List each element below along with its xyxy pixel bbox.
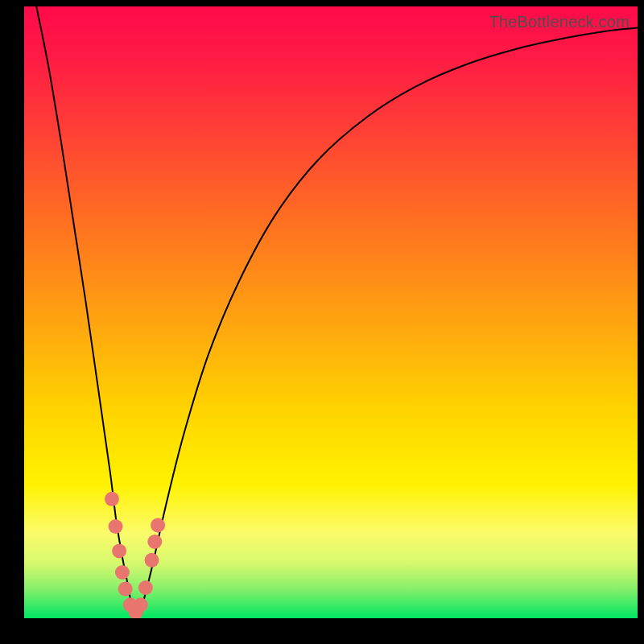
curve-marker: [138, 580, 153, 595]
curve-marker: [112, 543, 126, 558]
curve-marker: [115, 565, 130, 580]
curve-marker: [144, 553, 159, 568]
curve-marker: [105, 492, 119, 506]
curve-markers: [105, 492, 165, 618]
curve-marker: [118, 582, 133, 597]
chart-frame: TheBottleneck.com: [0, 0, 644, 644]
bottleneck-curve: [36, 6, 638, 617]
curve-marker: [109, 519, 123, 534]
plot-area: TheBottleneck.com: [24, 6, 638, 618]
curve-layer: [24, 6, 638, 618]
curve-marker: [147, 535, 162, 549]
curve-marker: [151, 518, 165, 532]
curve-marker: [134, 597, 148, 612]
